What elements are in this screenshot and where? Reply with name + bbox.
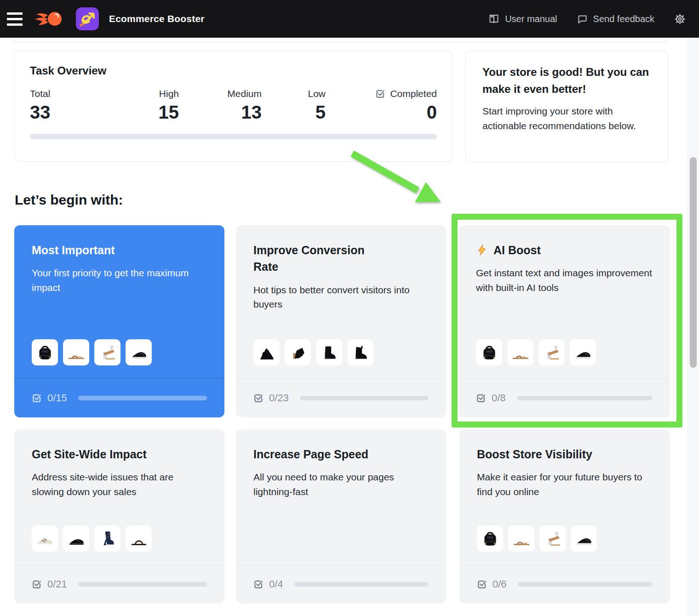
product-thumbnail-black-western-boot <box>347 339 373 365</box>
lightning-icon <box>476 244 488 256</box>
app-title: Ecommerce Booster <box>109 13 205 24</box>
card-title: Get Site-Wide Impact <box>32 446 207 462</box>
card-progressbar <box>517 396 653 400</box>
card-progressbar <box>300 396 429 400</box>
product-thumbnail-chunky-sneaker <box>32 525 58 552</box>
scrollbar-track[interactable] <box>688 38 699 616</box>
gear-icon[interactable] <box>674 13 686 25</box>
tip-title: Your store is good! But you can make it … <box>482 63 652 97</box>
product-thumbnails <box>236 339 446 365</box>
product-thumbnail-black-backpack <box>477 525 503 552</box>
book-open-icon <box>488 13 499 24</box>
card-footer: 0/15 <box>14 378 224 417</box>
chat-bubble-icon <box>577 13 588 24</box>
scrollbar-thumb[interactable] <box>690 157 697 368</box>
user-manual-label: User manual <box>505 14 557 24</box>
card-title: Boost Store Visibility <box>477 446 653 462</box>
card-progressbar <box>78 396 207 400</box>
card-ai-boost[interactable]: AI Boost Get instant text and images imp… <box>458 225 670 417</box>
card-title: Increase Page Speed <box>253 446 429 462</box>
stat-high: High 15 <box>99 88 179 123</box>
card-title: Improve Conversion Rate <box>253 242 429 275</box>
section-heading: Let’s begin with: <box>15 192 123 208</box>
progress-count: 0/15 <box>47 392 67 404</box>
card-title: Most Important <box>32 242 207 258</box>
checkbox-icon <box>375 89 385 99</box>
tip-body: Start improving your store with actionab… <box>482 104 652 133</box>
card-improve-conversion-rate[interactable]: Improve Conversion Rate Hot tips to bett… <box>236 225 446 417</box>
card-footer: 0/23 <box>236 378 446 417</box>
stat-medium: Medium 13 <box>179 88 262 123</box>
product-thumbnail-black-loafer <box>63 525 89 552</box>
card-footer: 0/6 <box>459 565 670 604</box>
hamburger-menu-icon[interactable] <box>7 12 23 26</box>
checkbox-icon <box>253 393 264 403</box>
checkbox-icon <box>32 393 42 403</box>
product-thumbnail-black-pump-heel <box>253 339 280 365</box>
card-footer: 0/4 <box>236 565 446 604</box>
product-thumbnail-black-ankle-boot <box>316 339 342 365</box>
task-overview-progressbar <box>30 134 437 139</box>
card-description: Get instant text and images improvement … <box>476 266 653 295</box>
user-manual-link[interactable]: User manual <box>488 13 557 24</box>
semrush-logo <box>35 9 64 29</box>
progress-count: 0/21 <box>47 578 67 590</box>
card-increase-page-speed[interactable]: Increase Page Speed All you need to make… <box>236 429 446 604</box>
card-footer: 0/21 <box>14 565 224 604</box>
stat-total: Total 33 <box>30 88 99 123</box>
task-overview-title: Task Overview <box>30 64 437 77</box>
task-overview-card: Task Overview Total 33 High 15 Medium 13… <box>14 51 453 162</box>
progress-count: 0/23 <box>269 392 289 404</box>
product-thumbnail-heeled-sandal <box>94 339 120 365</box>
product-thumbnail-black-mule <box>285 339 311 365</box>
ecommerce-booster-app-icon <box>76 7 99 30</box>
progress-count: 0/4 <box>269 578 283 590</box>
product-thumbnail-brown-slide-sandal <box>126 525 152 552</box>
product-thumbnail-slip-on-sneaker <box>570 339 596 365</box>
send-feedback-label: Send feedback <box>593 14 654 24</box>
product-thumbnail-heeled-sandal <box>539 525 566 552</box>
card-description: Your first priority to get the maximum i… <box>32 266 207 295</box>
task-overview-stats: Total 33 High 15 Medium 13 Low 5 Complet… <box>30 88 437 123</box>
product-thumbnails <box>459 525 670 552</box>
card-most-important[interactable]: Most Important Your first priority to ge… <box>14 225 224 417</box>
checkbox-icon <box>32 579 42 589</box>
product-thumbnail-slip-on-sneaker <box>126 339 152 365</box>
product-thumbnail-heeled-sandal <box>539 339 565 365</box>
card-boost-store-visibility[interactable]: Boost Store Visibility Make it easier fo… <box>459 429 670 604</box>
product-thumbnails <box>458 339 670 365</box>
checkbox-icon <box>477 579 487 589</box>
product-thumbnail-navy-heeled-boot <box>94 525 120 552</box>
store-tip-card: Your store is good! But you can make it … <box>465 51 669 162</box>
card-description: Hot tips to better convert visitors into… <box>253 283 429 312</box>
card-progressbar <box>294 582 429 587</box>
product-thumbnail-flat-sandal <box>508 525 534 552</box>
product-thumbnails <box>14 525 224 552</box>
stat-low: Low 5 <box>262 88 326 123</box>
stat-completed: Completed 0 <box>326 88 437 123</box>
progress-count: 0/6 <box>493 578 507 590</box>
card-title: AI Boost <box>476 242 653 258</box>
card-footer: 0/8 <box>458 378 670 417</box>
topbar-actions: User manual Send feedback <box>488 13 699 25</box>
card-progressbar <box>78 582 207 587</box>
card-description: All you need to make your pages lightnin… <box>253 470 429 499</box>
progress-count: 0/8 <box>492 392 506 404</box>
product-thumbnail-black-backpack <box>32 339 58 365</box>
product-thumbnail-slip-on-sneaker <box>571 525 597 552</box>
card-description: Address site-wide issues that are slowin… <box>32 470 207 499</box>
top-app-bar: Ecommerce Booster User manual Send feedb… <box>0 0 699 38</box>
checkbox-icon <box>476 393 486 403</box>
card-description: Make it easier for your future buyers to… <box>477 470 653 499</box>
card-progressbar <box>518 582 653 587</box>
product-thumbnail-flat-sandal <box>63 339 89 365</box>
product-thumbnail-flat-sandal <box>507 339 533 365</box>
product-thumbnail-black-backpack <box>476 339 502 365</box>
card-site-wide-impact[interactable]: Get Site-Wide Impact Address site-wide i… <box>14 429 224 604</box>
send-feedback-link[interactable]: Send feedback <box>577 13 654 24</box>
checkbox-icon <box>253 579 264 589</box>
product-thumbnails <box>14 339 224 365</box>
